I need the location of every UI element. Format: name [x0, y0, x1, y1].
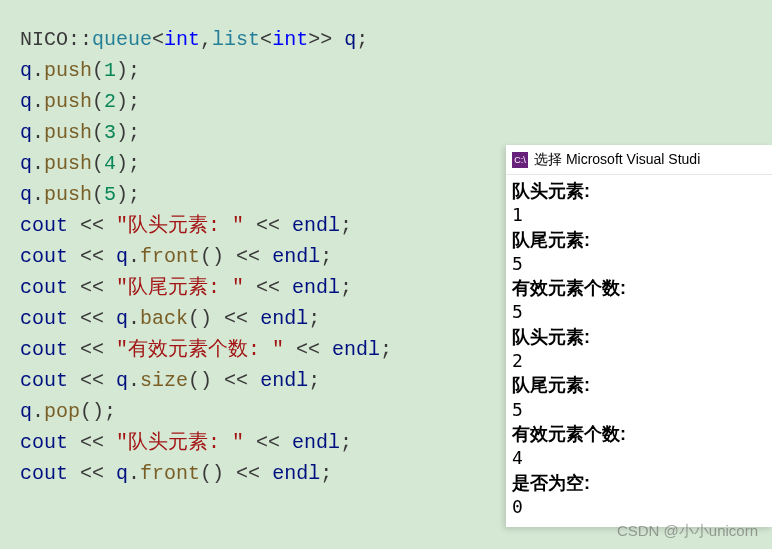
console-output-value: 5: [512, 300, 766, 324]
console-output-value: 5: [512, 398, 766, 422]
console-output-label: 是否为空:: [512, 471, 766, 495]
console-titlebar[interactable]: C:\ 选择 Microsoft Visual Studi: [506, 145, 772, 175]
console-output-label: 队头元素:: [512, 325, 766, 349]
console-output-label: 队尾元素:: [512, 373, 766, 397]
console-output-value: 0: [512, 495, 766, 519]
console-output-label: 队头元素:: [512, 179, 766, 203]
console-output-value: 1: [512, 203, 766, 227]
console-output-label: 队尾元素:: [512, 228, 766, 252]
code-line: q.push(3);: [20, 117, 752, 148]
watermark: CSDN @小小unicorn: [617, 522, 758, 541]
code-line: q.push(1);: [20, 55, 752, 86]
console-output-value: 4: [512, 446, 766, 470]
console-window: C:\ 选择 Microsoft Visual Studi 队头元素:1队尾元素…: [506, 145, 772, 527]
console-body: 队头元素:1队尾元素:5有效元素个数:5队头元素:2队尾元素:5有效元素个数:4…: [506, 175, 772, 527]
code-line: NICO::queue<int,list<int>> q;: [20, 24, 752, 55]
code-line: q.push(2);: [20, 86, 752, 117]
console-output-label: 有效元素个数:: [512, 422, 766, 446]
vs-console-icon: C:\: [512, 152, 528, 168]
console-output-value: 5: [512, 252, 766, 276]
console-output-label: 有效元素个数:: [512, 276, 766, 300]
console-output-value: 2: [512, 349, 766, 373]
console-title: 选择 Microsoft Visual Studi: [534, 151, 700, 169]
